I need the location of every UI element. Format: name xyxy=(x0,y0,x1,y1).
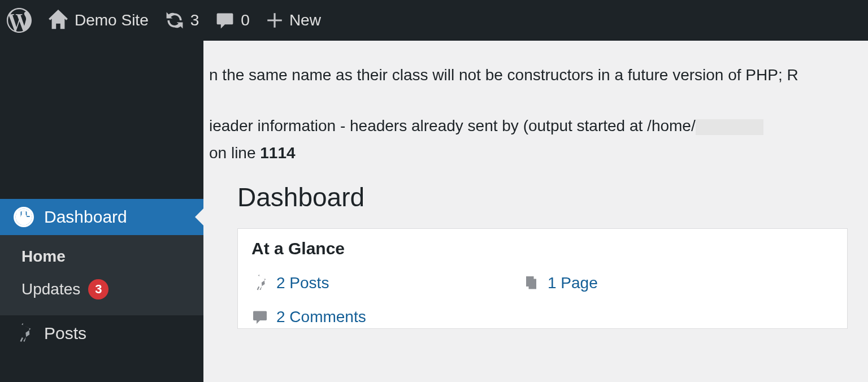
php-warning-block: n the same name as their class will not … xyxy=(209,63,868,165)
content-area: n the same name as their class will not … xyxy=(203,41,868,382)
warning-line-1: n the same name as their class will not … xyxy=(209,63,868,87)
wordpress-logo-icon xyxy=(7,8,32,33)
glance-posts: 2 Posts xyxy=(251,274,421,292)
widget-body: 2 Posts 1 Page 2 Comments xyxy=(238,268,847,328)
dashboard-icon xyxy=(14,207,34,227)
main-layout: Dashboard Home Updates 3 Posts n the sam… xyxy=(0,41,868,382)
sidebar-dashboard-label: Dashboard xyxy=(44,207,127,227)
page-title: Dashboard xyxy=(237,182,868,212)
glance-comments: 2 Comments xyxy=(251,308,421,326)
refresh-icon xyxy=(164,10,185,31)
widget-title: At a Glance xyxy=(238,229,847,268)
plus-icon xyxy=(266,11,284,29)
site-name: Demo Site xyxy=(75,11,149,29)
sidebar-item-dashboard[interactable]: Dashboard xyxy=(0,199,203,235)
comment-icon xyxy=(251,309,268,325)
pin-icon xyxy=(251,275,268,292)
new-content-link[interactable]: New xyxy=(266,11,321,29)
sidebar-item-posts[interactable]: Posts xyxy=(0,315,203,351)
sidebar-sub-updates[interactable]: Updates 3 xyxy=(0,272,203,306)
comments-count: 0 xyxy=(241,11,250,29)
admin-bar: Demo Site 3 0 New xyxy=(0,0,868,41)
admin-sidebar: Dashboard Home Updates 3 Posts xyxy=(0,41,203,382)
sidebar-posts-label: Posts xyxy=(44,324,86,343)
pages-link[interactable]: 1 Page xyxy=(548,274,598,292)
updates-badge: 3 xyxy=(88,279,108,299)
home-icon xyxy=(47,10,69,31)
warning-line-3: on line 1114 xyxy=(209,141,868,165)
wp-logo-menu[interactable] xyxy=(7,8,32,33)
at-a-glance-widget: At a Glance 2 Posts 1 Page 2 Comments xyxy=(237,228,848,329)
pin-icon xyxy=(14,323,34,344)
sidebar-home-label: Home xyxy=(21,248,66,266)
sidebar-sub-home[interactable]: Home xyxy=(0,241,203,272)
posts-link[interactable]: 2 Posts xyxy=(276,274,329,292)
comments-link[interactable]: 2 Comments xyxy=(276,308,366,326)
redacted-path xyxy=(696,119,763,135)
glance-pages: 1 Page xyxy=(523,274,692,292)
site-link[interactable]: Demo Site xyxy=(47,10,149,31)
comments-link[interactable]: 0 xyxy=(215,10,250,31)
comment-icon xyxy=(215,10,235,31)
updates-count: 3 xyxy=(190,11,199,29)
sidebar-updates-label: Updates xyxy=(21,280,80,298)
sidebar-dashboard-submenu: Home Updates 3 xyxy=(0,235,203,315)
new-label: New xyxy=(289,11,321,29)
updates-link[interactable]: 3 xyxy=(164,10,199,31)
page-icon xyxy=(523,275,540,292)
warning-line-2: ieader information - headers already sen… xyxy=(209,114,868,138)
